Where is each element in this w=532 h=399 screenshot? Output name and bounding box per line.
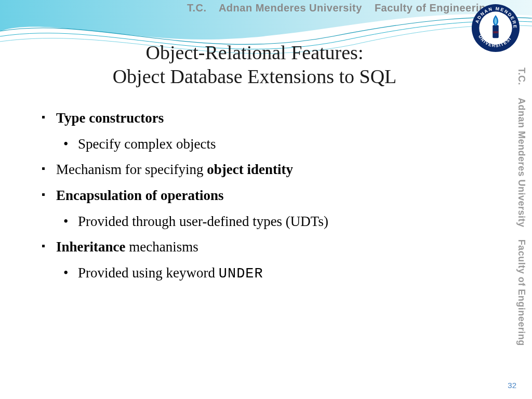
bullet-text-mono: UNDER	[219, 266, 263, 282]
bullet-text-post: mechanisms	[125, 239, 198, 255]
bullet-type-constructors: Type constructors	[42, 109, 468, 128]
title-line-1: Object-Relational Features:	[0, 41, 509, 64]
bullet-text-bold: Inheritance	[56, 239, 125, 255]
bullet-text-pre: Provided using keyword	[78, 265, 219, 281]
bullet-encapsulation: Encapsulation of operations	[42, 187, 468, 205]
page-number: 32	[508, 381, 516, 390]
bullet-text: Type constructors	[56, 110, 164, 126]
header-university: Adnan Menderes University	[219, 2, 362, 14]
slide-title: Object-Relational Features: Object Datab…	[0, 41, 509, 89]
subbullet-udts: Provided through user-defined types (UDT…	[63, 212, 468, 231]
side-tc: T.C.	[516, 68, 527, 85]
subbullet-under-keyword: Provided using keyword UNDER	[63, 264, 468, 284]
logo-year: 1992	[493, 31, 499, 34]
bullet-object-identity: Mechanism for specifying object identity	[42, 161, 468, 179]
side-faculty: Faculty of Engineering	[516, 240, 527, 346]
subbullet-specify-complex-objects: Specify complex objects	[63, 135, 468, 154]
side-university: Adnan Menderes University	[516, 98, 527, 228]
bullet-text: Specify complex objects	[78, 136, 216, 152]
bullet-inheritance: Inheritance mechanisms	[42, 238, 468, 257]
header-tc: T.C.	[187, 2, 207, 14]
slide-body: Type constructors Specify complex object…	[42, 109, 468, 290]
bullet-text-bold: object identity	[207, 162, 293, 177]
bullet-text: Encapsulation of operations	[56, 188, 224, 203]
title-line-2: Object Database Extensions to SQL	[0, 64, 509, 88]
bullet-text: Provided through user-defined types (UDT…	[78, 214, 328, 229]
header-affiliation: T.C. Adnan Menderes University Faculty o…	[187, 2, 492, 14]
side-affiliation: T.C. Adnan Menderes University Faculty o…	[511, 68, 527, 358]
slide: T.C. Adnan Menderes University Faculty o…	[0, 0, 532, 399]
bullet-text-pre: Mechanism for specifying	[56, 162, 207, 177]
